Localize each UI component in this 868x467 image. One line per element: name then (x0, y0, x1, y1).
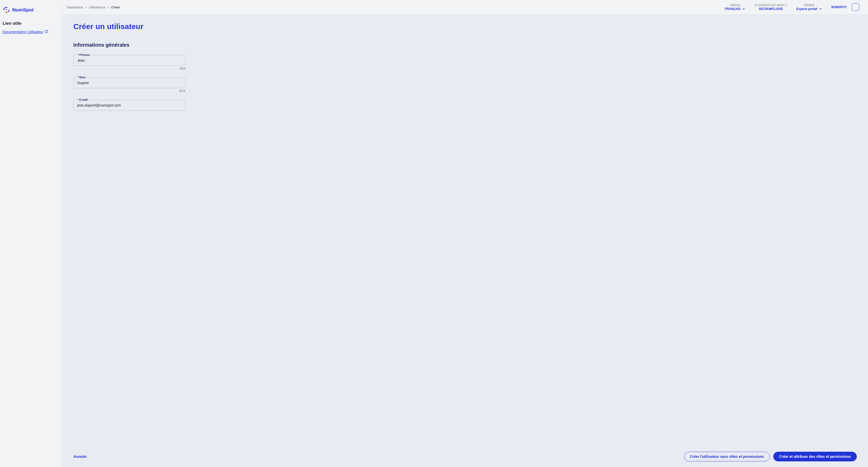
topbar: Dashboard > Utilisateurs > Créer LANGUE … (62, 0, 868, 14)
topbar-right: LANGUE FRANÇAIS CLOUDGOUV-EU-WEST-1 SECN… (720, 3, 864, 12)
footer-right: Créer l'utilisateur sans rôles et permis… (684, 452, 857, 461)
external-link-icon (45, 30, 48, 34)
language-label: LANGUE (730, 4, 740, 7)
topbar-region-block: CLOUDGOUV-EU-WEST-1 SECNUMCLOUD (750, 3, 792, 12)
numspot-logo-icon (3, 6, 10, 14)
breadcrumb-current: Créer (111, 5, 120, 9)
create-with-roles-button[interactable]: Créer et attribuer des rôles et permissi… (773, 452, 857, 461)
required-asterisk: * (78, 53, 79, 56)
topbar-space-block: ESPACE Espace portail (792, 3, 827, 12)
breadcrumb-users[interactable]: Utilisateurs (89, 5, 105, 9)
email-field-wrap: *E-mail (73, 100, 185, 111)
required-asterisk: * (78, 76, 79, 79)
main: Dashboard > Utilisateurs > Créer LANGUE … (62, 0, 868, 467)
section-title: Informations générales (73, 42, 857, 48)
region-value: SECNUMCLOUD (759, 7, 783, 11)
email-label: *E-mail (76, 98, 89, 101)
required-asterisk: * (78, 98, 79, 101)
space-value: Espace portail (797, 7, 817, 11)
sidebar: NumSpot Lien utile Documentation Utilisa… (0, 0, 62, 467)
doc-link[interactable]: Documentation Utilisateur (3, 30, 48, 34)
breadcrumb-dashboard[interactable]: Dashboard (67, 5, 83, 9)
lastname-input[interactable] (73, 78, 185, 88)
brand-logo[interactable]: NumSpot (3, 5, 59, 21)
firstname-label: *Prénom (76, 53, 91, 56)
cancel-button[interactable]: Annuler (73, 452, 87, 461)
space-label: ESPACE (804, 4, 814, 7)
email-input[interactable] (73, 100, 185, 111)
topbar-org-block: NUMSPOT (827, 3, 864, 12)
sidebar-section-title: Lien utile (3, 21, 59, 26)
lastname-label: *Nom (76, 76, 87, 79)
firstname-counter: 4/24 (73, 67, 185, 70)
chevron-down-icon (742, 7, 745, 10)
lastname-field-wrap: *Nom 6/24 (73, 78, 185, 93)
brand-name: NumSpot (12, 7, 34, 13)
firstname-field-wrap: *Prénom 4/24 (73, 55, 185, 70)
language-value: FRANÇAIS (725, 7, 741, 11)
language-selector[interactable]: FRANÇAIS (725, 7, 745, 11)
breadcrumb-separator: > (107, 5, 110, 9)
doc-link-label: Documentation Utilisateur (3, 30, 43, 34)
space-selector[interactable]: Espace portail (797, 7, 822, 11)
user-form: *Prénom 4/24 *Nom 6/24 *E-mail (73, 55, 185, 111)
region-label: CLOUDGOUV-EU-WEST-1 (755, 4, 787, 7)
page-title: Créer un utilisateur (73, 22, 857, 31)
chevron-down-icon (819, 7, 822, 10)
org-value: NUMSPOT (831, 5, 847, 9)
avatar[interactable] (852, 3, 859, 11)
svg-point-0 (6, 9, 7, 10)
breadcrumb: Dashboard > Utilisateurs > Créer (67, 5, 120, 9)
topbar-language-block: LANGUE FRANÇAIS (720, 3, 750, 12)
create-without-roles-button[interactable]: Créer l'utilisateur sans rôles et permis… (684, 452, 770, 461)
footer-bar: Annuler Créer l'utilisateur sans rôles e… (62, 447, 868, 467)
content: Créer un utilisateur Informations généra… (62, 14, 868, 467)
breadcrumb-separator: > (85, 5, 87, 9)
lastname-counter: 6/24 (73, 89, 185, 93)
firstname-input[interactable] (73, 55, 185, 66)
